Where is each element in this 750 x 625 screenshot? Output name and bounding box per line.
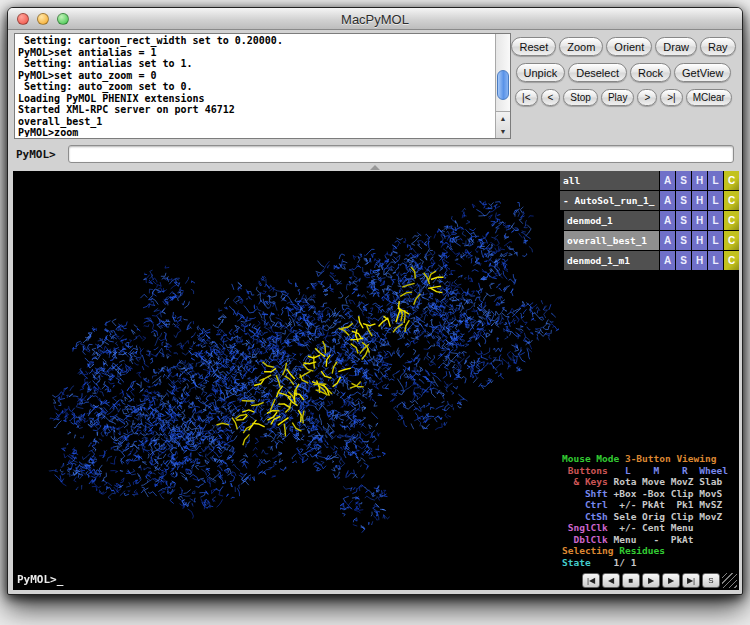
deselect-button[interactable]: Deselect — [568, 63, 627, 82]
ray-button[interactable]: Ray — [700, 37, 736, 56]
object-s-menu-button[interactable]: S — [676, 191, 691, 210]
object-l-menu-button[interactable]: L — [708, 251, 723, 270]
object-list: allASHLC- AutoSol_run_1_ASHLCdenmod_1ASH… — [560, 171, 739, 270]
mclear-button[interactable]: MClear — [686, 89, 732, 106]
object-c-menu-button[interactable]: C — [724, 171, 739, 190]
object-l-menu-button[interactable]: L — [708, 231, 723, 250]
object-l-menu-button[interactable]: L — [708, 171, 723, 190]
object-h-menu-button[interactable]: H — [692, 211, 707, 230]
prompt-label: PyMOL> — [16, 148, 56, 161]
media-controls: |◀◀■▶▶▶|S — [582, 573, 737, 588]
object-name[interactable]: denmod_1 — [564, 211, 659, 230]
mouse-panel-text: Sele Orig Clip MovZ — [613, 511, 722, 522]
draw-button[interactable]: Draw — [655, 37, 697, 56]
mouse-panel-text: Residues — [619, 545, 665, 556]
reset-button[interactable]: Reset — [511, 37, 556, 56]
object-a-menu-button[interactable]: A — [660, 211, 675, 230]
console-line: PyMOL>set auto_zoom = 0 — [18, 70, 493, 82]
console-line: PyMOL>set antialias = 1 — [18, 47, 493, 59]
object-a-menu-button[interactable]: A — [660, 251, 675, 270]
mouse-panel-text: 3-Button Viewing — [625, 453, 717, 464]
mouse-panel-text: +Box -Box Clip MovS — [613, 488, 722, 499]
object-name[interactable]: overall_best_1 — [564, 231, 659, 250]
mouse-panel-text: +/- PkAt Pk1 MvSZ — [613, 499, 722, 510]
viewport-area: allASHLC- AutoSol_run_1_ASHLCdenmod_1ASH… — [13, 171, 739, 590]
object-name[interactable]: denmod_1_m1 — [564, 251, 659, 270]
media-scene-button[interactable]: S — [702, 573, 720, 588]
movie-end-button[interactable]: >| — [660, 89, 682, 106]
object-c-menu-button[interactable]: C — [724, 231, 739, 250]
object-name[interactable]: all — [560, 171, 659, 190]
getview-button[interactable]: GetView — [674, 63, 731, 82]
media-step-back-button[interactable]: ◀ — [602, 573, 620, 588]
object-s-menu-button[interactable]: S — [676, 171, 691, 190]
object-l-menu-button[interactable]: L — [708, 191, 723, 210]
movie-stop-button[interactable]: Stop — [563, 89, 598, 106]
object-h-menu-button[interactable]: H — [692, 251, 707, 270]
movie-forward-button[interactable]: > — [637, 89, 657, 106]
console-output[interactable]: Setting: cartoon_rect_width set to 0.200… — [14, 33, 511, 139]
mouse-panel-line: Selecting Residues — [562, 545, 739, 557]
object-s-menu-button[interactable]: S — [676, 211, 691, 230]
mouse-panel-line: SnglClk +/- Cent Menu — [562, 522, 739, 534]
object-a-menu-button[interactable]: A — [660, 171, 675, 190]
mouse-panel-line: CtSh Sele Orig Clip MovZ — [562, 511, 739, 523]
media-play-button[interactable]: ▶ — [642, 573, 660, 588]
scroll-up-arrow-icon[interactable]: ▲ — [496, 112, 510, 125]
movie-play-button[interactable]: Play — [601, 89, 634, 106]
console-line: Setting: antialias set to 1. — [18, 58, 493, 70]
object-s-menu-button[interactable]: S — [676, 251, 691, 270]
mouse-panel-line: Mouse Mode 3-Button Viewing — [562, 453, 739, 465]
viewport-canvas[interactable] — [13, 171, 559, 590]
media-end-button[interactable]: ▶| — [682, 573, 700, 588]
splitter-handle[interactable] — [370, 165, 380, 170]
console-line: Setting: auto_zoom set to 0. — [18, 81, 493, 93]
mouse-panel-text: CtSh — [562, 511, 613, 522]
window-title: MacPyMOL — [8, 12, 742, 27]
object-name[interactable]: - AutoSol_run_1_ — [560, 191, 659, 210]
resize-grip[interactable] — [722, 573, 737, 588]
scrollbar-thumb[interactable] — [497, 70, 509, 100]
mouse-panel-line: DblClk Menu - PkAt — [562, 534, 739, 546]
object-c-menu-button[interactable]: C — [724, 251, 739, 270]
command-input[interactable] — [68, 145, 734, 163]
object-a-menu-button[interactable]: A — [660, 191, 675, 210]
console-log: Setting: cartoon_rect_width set to 0.200… — [18, 35, 493, 137]
scroll-down-arrow-icon[interactable]: ▼ — [496, 125, 510, 138]
toolbar-row-2: UnpickDeselectRockGetView — [512, 63, 735, 82]
title-bar[interactable]: MacPyMOL — [8, 8, 742, 30]
object-row: denmod_1_m1ASHLC — [560, 251, 739, 270]
console-scrollbar[interactable]: ▲ ▼ — [495, 34, 510, 138]
movie-back-button[interactable]: < — [541, 89, 561, 106]
mouse-panel-text: 1/ 1 — [596, 557, 636, 568]
media-step-forward-button[interactable]: ▶ — [662, 573, 680, 588]
object-l-menu-button[interactable]: L — [708, 211, 723, 230]
rock-button[interactable]: Rock — [630, 63, 671, 82]
console-line: Setting: cartoon_rect_width set to 0.200… — [18, 35, 493, 47]
object-h-menu-button[interactable]: H — [692, 231, 707, 250]
object-c-menu-button[interactable]: C — [724, 211, 739, 230]
mouse-panel-text: DblClk — [562, 534, 613, 545]
mouse-panel-text: Shft — [562, 488, 613, 499]
media-rewind-button[interactable]: |◀ — [582, 573, 600, 588]
console-line: Started XML-RPC server on port 46712 — [18, 104, 493, 116]
movie-rewind-button[interactable]: |< — [515, 89, 537, 106]
mouse-panel-text: Rota Move MovZ Slab — [613, 476, 722, 487]
object-h-menu-button[interactable]: H — [692, 171, 707, 190]
toolbar-row-1: ResetZoomOrientDrawRay — [512, 37, 735, 56]
unpick-button[interactable]: Unpick — [516, 63, 566, 82]
scrollbar-arrows: ▲ ▼ — [496, 111, 510, 138]
object-s-menu-button[interactable]: S — [676, 231, 691, 250]
zoom-button[interactable]: Zoom — [559, 37, 603, 56]
console-line: overall_best_1 — [18, 116, 493, 128]
mouse-panel-text: State — [562, 557, 596, 568]
mouse-panel-text: Menu - PkAt — [613, 534, 693, 545]
mouse-panel: Mouse Mode 3-Button Viewing Buttons L M … — [562, 453, 739, 568]
object-panel: allASHLC- AutoSol_run_1_ASHLCdenmod_1ASH… — [560, 171, 739, 590]
object-a-menu-button[interactable]: A — [660, 231, 675, 250]
media-stop-button[interactable]: ■ — [622, 573, 640, 588]
object-c-menu-button[interactable]: C — [724, 191, 739, 210]
orient-button[interactable]: Orient — [606, 37, 652, 56]
object-h-menu-button[interactable]: H — [692, 191, 707, 210]
mouse-panel-line: & Keys Rota Move MovZ Slab — [562, 476, 739, 488]
